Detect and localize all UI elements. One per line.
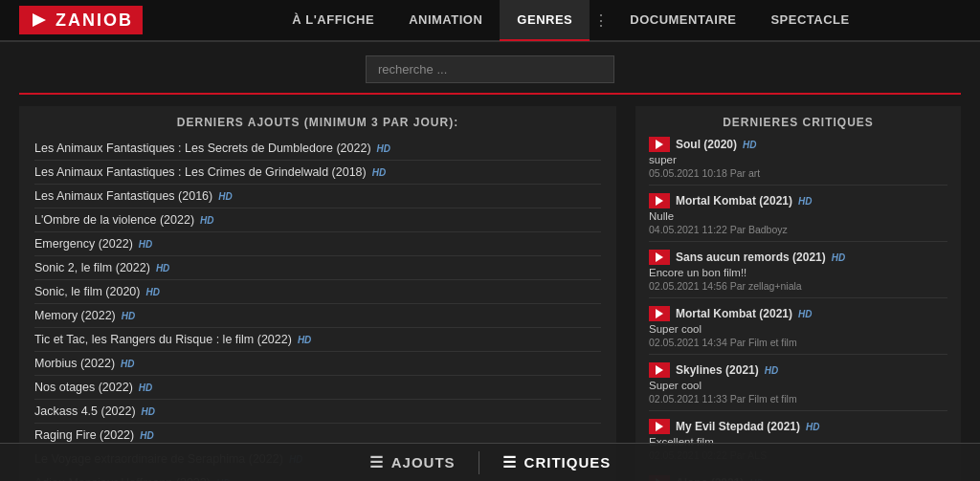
- critique-hd-badge: HD: [743, 140, 756, 150]
- critique-text: Encore un bon film!!: [649, 267, 947, 278]
- list-item[interactable]: Tic et Tac, les Rangers du Risque : le f…: [34, 328, 601, 352]
- movie-title: Sonic 2, le film (2022): [34, 261, 150, 274]
- hd-badge: HD: [140, 430, 153, 441]
- critique-movie-title[interactable]: Skylines (2021): [676, 363, 759, 377]
- logo[interactable]: ZANIOB: [19, 6, 143, 34]
- nav-animation[interactable]: ANIMATION: [391, 0, 500, 41]
- critique-item: Skylines (2021) HD Super cool 02.05.2021…: [649, 362, 947, 411]
- ajouts-icon: ☰: [369, 453, 384, 471]
- list-item[interactable]: Memory (2022) HD: [34, 304, 601, 328]
- search-bar: [0, 42, 980, 93]
- list-item[interactable]: Nos otages (2022) HD: [34, 376, 601, 400]
- hd-badge: HD: [372, 167, 386, 178]
- list-item[interactable]: Les Animaux Fantastiques (2016) HD: [34, 185, 601, 208]
- critique-movie-title[interactable]: Soul (2020): [676, 138, 737, 151]
- critiques-label: CRITIQUES: [524, 454, 612, 470]
- critique-thumb: [649, 362, 670, 378]
- critique-movie-title[interactable]: Mortal Kombat (2021): [676, 194, 792, 208]
- list-item[interactable]: Les Animaux Fantastiques : Les Crimes de…: [34, 161, 601, 185]
- critique-item: Sans aucun remords (2021) HD Encore un b…: [649, 250, 947, 298]
- critique-meta: 02.05.2021 11:33 Par Film et film: [649, 393, 947, 404]
- logo-icon: [29, 10, 50, 31]
- header: ZANIOB À L'AFFICHE ANIMATION GENRES ⋮ DO…: [0, 0, 980, 42]
- nav-a-laffiche[interactable]: À L'AFFICHE: [275, 0, 391, 41]
- hd-badge: HD: [377, 143, 390, 154]
- critique-movie-title[interactable]: My Evil Stepdad (2021): [676, 420, 800, 433]
- critique-hd-badge: HD: [806, 422, 819, 432]
- critique-movie-row: My Evil Stepdad (2021) HD: [649, 419, 947, 434]
- svg-marker-0: [33, 13, 46, 27]
- additions-title: DERNIERS AJOUTS (minimum 3 par jour):: [34, 116, 601, 129]
- hd-badge: HD: [145, 287, 159, 297]
- main-content: DERNIERS AJOUTS (minimum 3 par jour): Le…: [0, 95, 980, 481]
- list-item[interactable]: L'Ombre de la violence (2022) HD: [34, 208, 601, 232]
- critiques-icon: ☰: [502, 453, 517, 471]
- critique-thumb: [649, 250, 670, 265]
- critique-hd-badge: HD: [798, 196, 812, 207]
- critique-thumb: [649, 193, 670, 208]
- critique-movie-row: Sans aucun remords (2021) HD: [649, 250, 947, 265]
- list-item[interactable]: Sonic 2, le film (2022) HD: [34, 256, 601, 280]
- critique-movie-title[interactable]: Mortal Kombat (2021): [676, 307, 792, 320]
- critique-movie-title[interactable]: Sans aucun remords (2021): [676, 251, 826, 264]
- list-item[interactable]: Jackass 4.5 (2022) HD: [34, 400, 601, 424]
- critique-list: Soul (2020) HD super 05.05.2021 10:18 Pa…: [649, 137, 947, 481]
- movie-title: Raging Fire (2022): [34, 428, 134, 442]
- critique-item: Mortal Kombat (2021) HD Super cool 02.05…: [649, 306, 947, 355]
- movie-title: L'Ombre de la violence (2022): [34, 213, 194, 227]
- movie-title: Nos otages (2022): [34, 381, 133, 394]
- critique-thumb: [649, 306, 670, 321]
- list-item[interactable]: Les Animaux Fantastiques : Les Secrets d…: [34, 137, 601, 161]
- hd-badge: HD: [200, 215, 213, 226]
- movie-title: Jackass 4.5 (2022): [34, 404, 136, 418]
- movie-title: Sonic, le film (2020): [34, 285, 140, 298]
- play-icon: [656, 196, 663, 206]
- hd-badge: HD: [121, 359, 134, 369]
- movie-title: Les Animaux Fantastiques (2016): [34, 189, 212, 203]
- critique-text: Super cool: [649, 380, 947, 391]
- right-column: DERNIERES CRITIQUES Soul (2020) HD super…: [635, 106, 961, 481]
- critique-movie-row: Mortal Kombat (2021) HD: [649, 193, 947, 208]
- movie-title: Morbius (2022): [34, 357, 115, 370]
- critique-text: Nulle: [649, 210, 947, 222]
- hd-badge: HD: [122, 311, 135, 321]
- critique-movie-row: Mortal Kombat (2021) HD: [649, 306, 947, 321]
- critiques-title: DERNIERES CRITIQUES: [649, 116, 947, 129]
- play-icon: [656, 252, 663, 262]
- movie-title: Memory (2022): [34, 309, 116, 322]
- nav-documentaire[interactable]: DOCUMENTAIRE: [612, 0, 753, 41]
- play-icon: [656, 140, 663, 149]
- hd-badge: HD: [156, 263, 169, 273]
- critique-meta: 02.05.2021 14:34 Par Film et film: [649, 337, 947, 348]
- nav-dots: ⋮: [590, 11, 612, 30]
- hd-badge: HD: [142, 406, 155, 417]
- ajouts-button[interactable]: ☰ AJOUTS: [346, 444, 479, 481]
- critique-item: Soul (2020) HD super 05.05.2021 10:18 Pa…: [649, 137, 947, 186]
- nav-genres[interactable]: GENRES: [500, 0, 590, 41]
- list-item[interactable]: Emergency (2022) HD: [34, 232, 601, 256]
- critique-text: Super cool: [649, 323, 947, 335]
- hd-badge: HD: [139, 383, 152, 393]
- critiques-button[interactable]: ☰ CRITIQUES: [479, 444, 635, 481]
- critique-item: Mortal Kombat (2021) HD Nulle 04.05.2021…: [649, 193, 947, 242]
- main-nav: À L'AFFICHE ANIMATION GENRES ⋮ DOCUMENTA…: [181, 0, 961, 41]
- critique-hd-badge: HD: [798, 309, 812, 319]
- critique-thumb: [649, 419, 670, 434]
- hd-badge: HD: [298, 335, 311, 345]
- critique-text: super: [649, 154, 947, 165]
- list-item[interactable]: Morbius (2022) HD: [34, 352, 601, 376]
- critique-hd-badge: HD: [765, 365, 778, 376]
- movie-list: Les Animaux Fantastiques : Les Secrets d…: [34, 137, 601, 481]
- critique-meta: 05.05.2021 10:18 Par art: [649, 167, 947, 179]
- critique-meta: 02.05.2021 14:56 Par zellag+niala: [649, 280, 947, 292]
- play-icon: [656, 365, 663, 375]
- nav-spectacle[interactable]: SPECTACLE: [753, 0, 866, 41]
- critique-movie-row: Soul (2020) HD: [649, 137, 947, 152]
- search-input[interactable]: [366, 55, 614, 83]
- critique-movie-row: Skylines (2021) HD: [649, 362, 947, 378]
- critique-meta: 04.05.2021 11:22 Par Badboyz: [649, 224, 947, 235]
- movie-title: Emergency (2022): [34, 237, 133, 251]
- list-item[interactable]: Sonic, le film (2020) HD: [34, 280, 601, 304]
- movie-title: Les Animaux Fantastiques : Les Crimes de…: [34, 165, 367, 179]
- play-icon: [656, 422, 663, 431]
